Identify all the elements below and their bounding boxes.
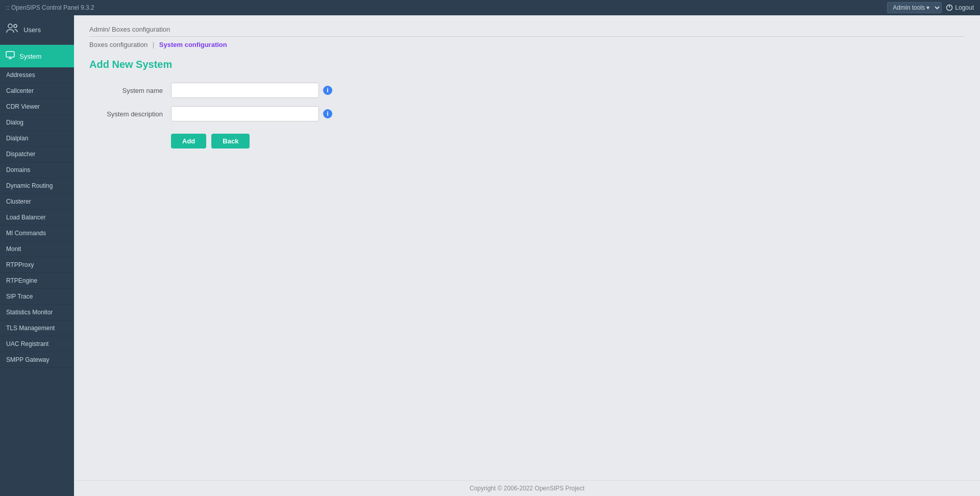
sidebar: Users System Addresses Callcenter CDR Vi… [0, 15, 74, 496]
sidebar-item-rtpproxy[interactable]: RTPProxy [0, 257, 74, 273]
sidebar-item-callcenter[interactable]: Callcenter [0, 83, 74, 99]
breadcrumb: Boxes configuration | System configurati… [89, 41, 965, 48]
sidebar-item-load-balancer[interactable]: Load Balancer [0, 210, 74, 226]
system-name-info-icon[interactable]: i [323, 86, 332, 95]
svg-point-2 [8, 24, 12, 28]
add-button[interactable]: Add [171, 134, 206, 148]
sidebar-item-dialplan[interactable]: Dialplan [0, 131, 74, 146]
system-description-input[interactable] [171, 106, 319, 121]
footer: Copyright © 2006-2022 OpenSIPS Project [74, 480, 980, 496]
sidebar-item-dialog[interactable]: Dialog [0, 115, 74, 131]
sidebar-item-dispatcher[interactable]: Dispatcher [0, 146, 74, 162]
breadcrumb-separator: | [153, 41, 154, 48]
system-icon [5, 50, 15, 62]
system-description-info-icon[interactable]: i [323, 109, 332, 118]
sidebar-item-smpp-gateway[interactable]: SMPP Gateway [0, 352, 74, 368]
system-name-input[interactable] [171, 83, 319, 98]
system-name-label: System name [89, 87, 171, 94]
breadcrumb-area: Admin/ Boxes configuration Boxes configu… [89, 26, 965, 48]
topbar-right: Admin tools ▾ Logout [887, 2, 974, 13]
logout-button[interactable]: Logout [946, 4, 974, 11]
sidebar-item-addresses[interactable]: Addresses [0, 67, 74, 83]
form-title: Add New System [89, 59, 965, 70]
sidebar-item-statistics-monitor[interactable]: Statistics Monitor [0, 305, 74, 320]
sidebar-item-domains[interactable]: Domains [0, 162, 74, 178]
topbar: :: OpenSIPS Control Panel 9.3.2 Admin to… [0, 0, 980, 15]
users-icon [5, 21, 19, 38]
sidebar-item-mi-commands[interactable]: MI Commands [0, 226, 74, 241]
sidebar-item-clusterer[interactable]: Clusterer [0, 194, 74, 210]
sidebar-nav: Addresses Callcenter CDR Viewer Dialog D… [0, 67, 74, 496]
svg-rect-4 [6, 52, 14, 57]
system-name-input-wrap: i [171, 83, 332, 98]
content-area: Admin/ Boxes configuration Boxes configu… [74, 15, 980, 480]
system-name-group: System name i [89, 83, 965, 98]
sidebar-item-tls-management[interactable]: TLS Management [0, 320, 74, 336]
sidebar-item-cdr-viewer[interactable]: CDR Viewer [0, 99, 74, 115]
sidebar-item-sip-trace[interactable]: SIP Trace [0, 289, 74, 305]
sidebar-item-monit[interactable]: Monit [0, 241, 74, 257]
sidebar-users-label: Users [23, 26, 41, 34]
svg-point-3 [14, 24, 17, 28]
footer-copyright: Copyright © 2006-2022 OpenSIPS Project [470, 485, 584, 492]
button-row: Add Back [171, 134, 965, 148]
logout-label: Logout [955, 4, 974, 11]
power-icon [946, 4, 953, 11]
app-title: :: OpenSIPS Control Panel 9.3.2 [6, 4, 94, 11]
system-description-label: System description [89, 110, 171, 118]
sidebar-item-uac-registrant[interactable]: UAC Registrant [0, 336, 74, 352]
breadcrumb-top: Admin/ Boxes configuration [89, 26, 965, 33]
sidebar-system-label: System [19, 53, 41, 60]
sidebar-item-system[interactable]: System [0, 45, 74, 67]
sidebar-item-rtpengine[interactable]: RTPEngine [0, 273, 74, 289]
sidebar-item-dynamic-routing[interactable]: Dynamic Routing [0, 178, 74, 194]
breadcrumb-active: System configuration [159, 41, 227, 48]
main-content: Admin/ Boxes configuration Boxes configu… [74, 15, 980, 496]
back-button[interactable]: Back [211, 134, 250, 148]
breadcrumb-divider [89, 36, 965, 37]
breadcrumb-link[interactable]: Boxes configuration [89, 41, 148, 48]
sidebar-item-users[interactable]: Users [0, 15, 74, 45]
admin-tools-select[interactable]: Admin tools ▾ [887, 2, 942, 13]
system-description-input-wrap: i [171, 106, 332, 121]
system-description-group: System description i [89, 106, 965, 121]
